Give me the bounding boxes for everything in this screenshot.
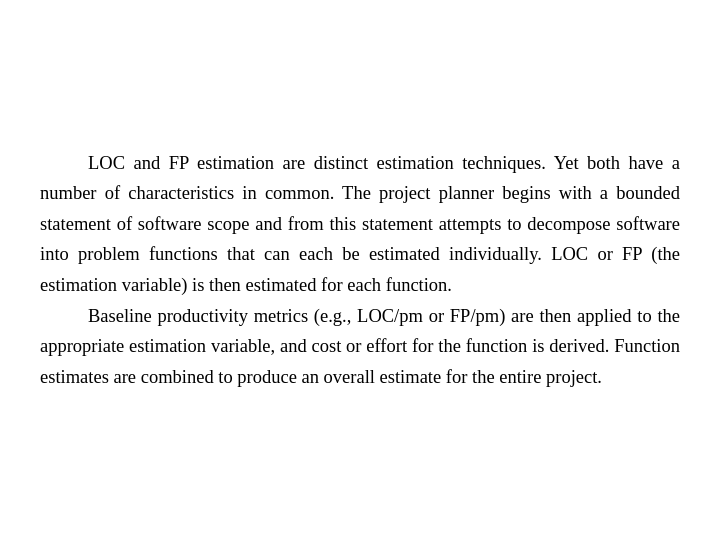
paragraph-2: Baseline productivity metrics (e.g., LOC… bbox=[40, 301, 680, 393]
main-content: LOC and FP estimation are distinct estim… bbox=[30, 118, 690, 422]
paragraph-1: LOC and FP estimation are distinct estim… bbox=[40, 148, 680, 301]
